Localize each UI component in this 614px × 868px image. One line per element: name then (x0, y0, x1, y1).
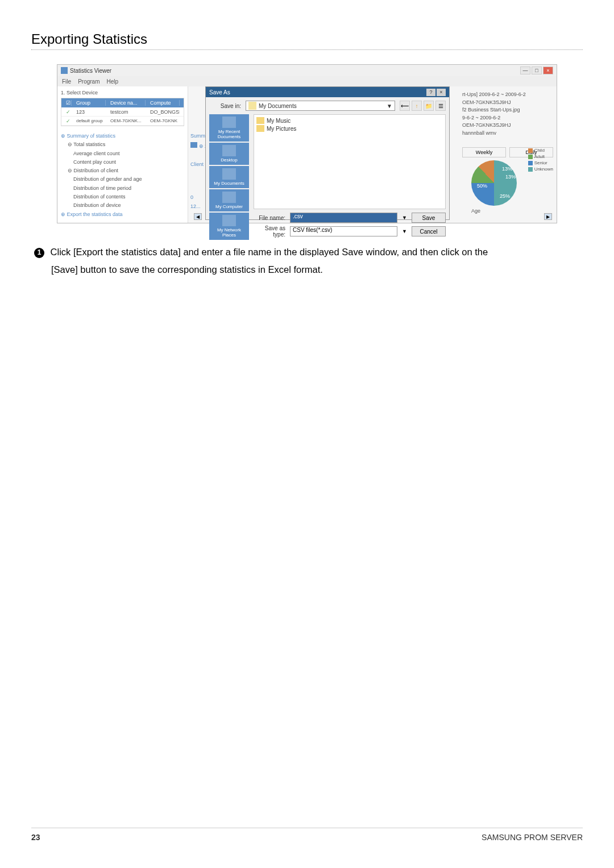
cancel-button[interactable]: Cancel (412, 226, 446, 236)
cell-group: default group (72, 118, 106, 123)
window-title: Statistics Viewer (70, 68, 111, 74)
folder-pictures[interactable]: My Pictures (256, 125, 443, 132)
info-line: hannnball wmv (462, 130, 553, 138)
minimize-button[interactable]: — (520, 67, 530, 74)
save-in-label: Save in: (209, 103, 241, 109)
menu-program[interactable]: Program (78, 78, 99, 85)
tree-avg[interactable]: Average client count (61, 149, 184, 158)
stats-tree: ⊕ Summary of statistics ⊖ Total statisti… (61, 132, 184, 219)
pie-label-25: 25% (500, 193, 510, 199)
folder-icon (256, 117, 264, 124)
info-line: f2 Business Start-Ups.jpg (462, 106, 553, 114)
app-icon (61, 67, 68, 74)
menu-file[interactable]: File (62, 78, 71, 85)
step-number-icon: 1 (34, 248, 44, 258)
tree-device[interactable]: Distribution of device (61, 201, 184, 210)
tree-gender[interactable]: Distribution of gender and age (61, 175, 184, 184)
instruction-line2: [Save] button to save the corresponding … (34, 261, 580, 279)
save-in-value: My Documents (259, 103, 297, 109)
legend-adult: Adult (528, 154, 553, 159)
pie-label-13a: 13% (502, 166, 512, 172)
filename-label: File name: (254, 215, 285, 221)
places-sidebar: My Recent Documents Desktop My Documents… (209, 114, 249, 240)
select-device-label: 1. Select Device (61, 90, 184, 95)
place-recent[interactable]: My Recent Documents (209, 114, 249, 142)
tree-summary[interactable]: ⊕ Summary of statistics (61, 132, 184, 140)
place-mycomputer[interactable]: My Computer (209, 189, 249, 211)
left-panel: 1. Select Device ☑ Group Device na... Co… (57, 86, 188, 223)
checkbox-icon[interactable]: ✓ (66, 118, 70, 124)
place-desktop[interactable]: Desktop (209, 143, 249, 165)
header-group: Group (72, 100, 106, 106)
view-button[interactable]: ☰ (435, 101, 446, 111)
dialog-close-button[interactable]: × (437, 89, 446, 96)
cell-device: testcom (106, 109, 146, 115)
instruction-text: 1 Click [Export the statistics data] and… (31, 243, 583, 279)
legend-unknown: Unknown (528, 167, 553, 172)
tree-contents[interactable]: Distribution of contents (61, 193, 184, 201)
header-check[interactable]: ☑ (61, 100, 72, 106)
new-folder-button[interactable]: 📁 (424, 101, 434, 111)
page-heading: Exporting Statistics (31, 31, 583, 47)
table-row[interactable]: ✓ 123 testcom DO_BONGSI (61, 107, 184, 117)
footer-brand: SAMSUNG PROM SERVER (482, 833, 583, 842)
save-dialog: Save As ? × Save in: My Documents ▼ (205, 86, 450, 220)
tree-export[interactable]: ⊕ Export the statistics data (61, 210, 184, 219)
folder-music[interactable]: My Music (256, 117, 443, 124)
info-line: OEM-7GKNK3SJ9HJ (462, 99, 553, 107)
dialog-help-button[interactable]: ? (426, 89, 435, 96)
chevron-down-icon: ▼ (387, 103, 392, 109)
place-network[interactable]: My Network Places (209, 213, 249, 240)
table-row[interactable]: ✓ default group OEM-7GKNK... OEM-7GKNK (61, 117, 184, 126)
saveas-type-dropdown[interactable]: CSV files(*.csv) (290, 226, 397, 236)
tree-total[interactable]: ⊖ Total statistics (61, 140, 184, 149)
chevron-down-icon[interactable]: ▼ (402, 229, 407, 234)
pie-visual: 50% 25% 13% 13% (471, 160, 517, 206)
legend-senior: Senior (528, 160, 553, 165)
divider (31, 49, 583, 50)
dialog-title: Save As (209, 89, 230, 95)
info-line: OEM-7GKNK3SJ9HJ (462, 122, 553, 130)
header-computer: Compute (146, 100, 180, 106)
folder-label: My Music (267, 118, 291, 124)
checkbox-icon[interactable]: ✓ (66, 109, 70, 115)
save-button[interactable]: Save (412, 213, 446, 223)
saveas-type-label: Save as type: (254, 225, 285, 238)
device-table: ☑ Group Device na... Compute ✓ 123 testc… (61, 98, 184, 126)
back-button[interactable]: ⟵ (400, 101, 410, 111)
tree-content[interactable]: Content play count (61, 158, 184, 167)
folder-label: My Pictures (267, 126, 296, 132)
close-button[interactable]: × (543, 67, 553, 74)
tree-time[interactable]: Distribution of time period (61, 184, 184, 193)
pie-label-50: 50% (477, 183, 487, 189)
place-mydocs[interactable]: My Documents (209, 166, 249, 188)
cell-device: OEM-7GKNK... (106, 118, 146, 123)
menu-help[interactable]: Help (106, 78, 118, 85)
maximize-button[interactable]: □ (532, 67, 542, 74)
up-button[interactable]: ↑ (412, 101, 422, 111)
info-line: rt-Ups] 2009-6-2 ~ 2009-6-2 (462, 91, 553, 99)
cell-computer: OEM-7GKNK (146, 118, 180, 123)
scroll-left-icon[interactable]: ◀ (194, 213, 202, 220)
info-line: 9-6-2 ~ 2009-6-2 (462, 114, 553, 122)
weekly-button[interactable]: Weekly (462, 147, 506, 157)
save-in-dropdown[interactable]: My Documents ▼ (246, 101, 395, 111)
cell-computer: DO_BONGSI (146, 109, 180, 115)
pie-label-13b: 13% (505, 174, 516, 180)
dialog-title-bar: Save As ? × (206, 87, 449, 97)
pie-chart: 50% 25% 13% 13% Age (471, 160, 534, 211)
header-device: Device na... (106, 100, 146, 106)
chevron-down-icon[interactable]: ▼ (402, 215, 407, 221)
folder-icon (248, 102, 256, 110)
scroll-right-icon[interactable]: ▶ (544, 213, 552, 220)
page-footer: 23 SAMSUNG PROM SERVER (31, 828, 583, 842)
menu-bar: File Program Help (57, 76, 557, 86)
screenshot-container: Statistics Viewer — □ × File Program Hel… (57, 64, 557, 223)
cell-group: 123 (72, 109, 106, 115)
window-titlebar: Statistics Viewer — □ × (57, 65, 557, 76)
file-list-area[interactable]: My Music My Pictures (254, 114, 446, 209)
tree-dist-client[interactable]: ⊖ Distribution of client (61, 167, 184, 175)
instruction-line1: Click [Export the statistics data] and e… (51, 247, 488, 257)
folder-icon (256, 125, 264, 132)
filename-input[interactable]: .csv (290, 213, 397, 223)
